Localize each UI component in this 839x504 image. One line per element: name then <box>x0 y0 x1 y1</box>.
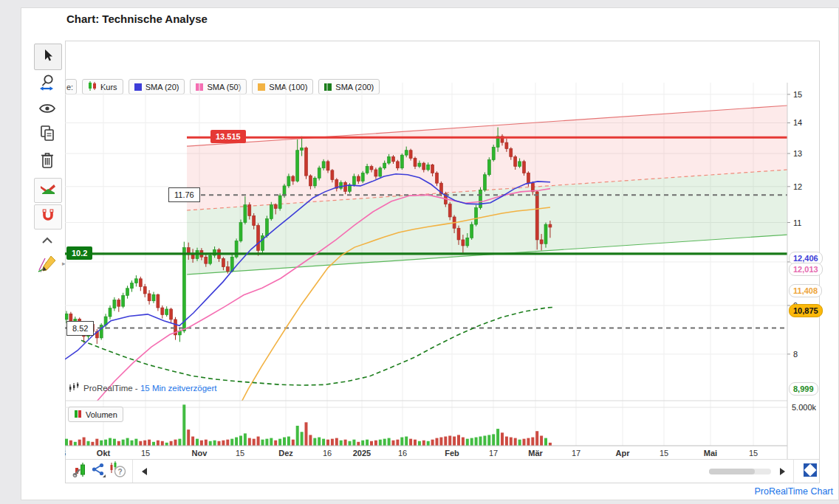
visibility-tool-button[interactable] <box>34 98 61 122</box>
bottombar-separator <box>793 460 794 483</box>
scroll-left-button[interactable] <box>135 463 153 480</box>
svg-text:9: 9 <box>793 301 798 310</box>
zoom-horizontal-icon <box>38 73 56 95</box>
share-button[interactable] <box>89 463 107 480</box>
prorealtime-logo-icon <box>68 382 80 394</box>
volume-bars-icon <box>74 410 82 420</box>
svg-text:Okt: Okt <box>97 449 111 458</box>
arrow-right-icon <box>780 468 785 475</box>
watermark: ProRealTime - 15 Min zeitverzögert <box>68 382 216 394</box>
page-title: Chart: Technische Analyse <box>66 13 208 25</box>
svg-text:Apr: Apr <box>616 449 631 458</box>
draw-tool-button[interactable] <box>34 251 61 279</box>
svg-text:15: 15 <box>141 449 150 458</box>
watermark-delay: 15 Min zeitverzögert <box>140 384 217 393</box>
svg-text:6: 6 <box>65 449 66 458</box>
watermark-brand: ProRealTime - <box>83 384 140 393</box>
cursor-icon <box>41 48 55 66</box>
svg-text:8: 8 <box>793 350 798 359</box>
svg-text:17: 17 <box>489 449 498 458</box>
chart-settings-icon <box>72 462 89 481</box>
svg-text:15: 15 <box>749 449 758 458</box>
svg-text:15: 15 <box>236 449 244 458</box>
horizontal-scrollbar[interactable] <box>709 469 771 474</box>
svg-text:Mär: Mär <box>528 449 543 458</box>
scrollbar-thumb[interactable] <box>709 469 755 474</box>
svg-text:10: 10 <box>793 258 802 266</box>
help-icon: ? <box>108 461 127 482</box>
fullscreen-button[interactable] <box>801 463 819 480</box>
chart-canvas[interactable]: 6Okt15Nov15Dez16202516Feb17Mär17Apr15Mai… <box>65 83 816 460</box>
eye-icon <box>39 103 55 117</box>
svg-text:Nov: Nov <box>192 449 208 458</box>
chart-style-button[interactable] <box>34 178 62 203</box>
svg-text:11: 11 <box>793 218 801 227</box>
svg-text:15: 15 <box>660 449 668 458</box>
svg-text:5.000k: 5.000k <box>792 403 816 412</box>
magnet-icon <box>40 208 56 226</box>
svg-text:16: 16 <box>323 449 332 458</box>
duplicate-tool-button[interactable] <box>34 123 61 147</box>
svg-text:Mai: Mai <box>704 449 717 458</box>
zigzag-chart-icon <box>39 182 57 199</box>
volume-legend-chip[interactable]: Volumen <box>68 407 123 422</box>
svg-text:13: 13 <box>793 149 802 158</box>
help-button[interactable]: ? <box>109 463 126 480</box>
svg-text:16: 16 <box>398 449 407 458</box>
bottom-toolbar: ? <box>66 459 819 483</box>
svg-text:14: 14 <box>793 118 802 127</box>
svg-text:Feb: Feb <box>445 449 459 458</box>
pencil-draw-icon <box>36 252 58 277</box>
chevron-up-icon <box>41 234 53 247</box>
cursor-tool-button[interactable] <box>34 44 62 70</box>
scroll-right-button[interactable] <box>773 463 791 480</box>
chart-settings-button[interactable] <box>72 463 89 480</box>
svg-text:2025: 2025 <box>353 449 371 458</box>
arrow-left-icon <box>142 468 147 475</box>
volume-legend-label: Volumen <box>86 410 117 419</box>
svg-text:Dez: Dez <box>278 449 293 458</box>
magnet-tool-button[interactable] <box>34 204 62 229</box>
page: Chart: Technische Analyse <box>0 0 839 504</box>
copy-icon <box>39 125 55 145</box>
svg-text:17: 17 <box>572 449 581 458</box>
prorealtime-chart-link[interactable]: ProRealTime Chart <box>754 486 833 497</box>
bottombar-separator <box>132 460 133 483</box>
collapse-toolbar-button[interactable] <box>34 233 61 248</box>
share-icon <box>90 462 106 481</box>
svg-text:15: 15 <box>793 90 802 99</box>
zoom-tool-button[interactable] <box>34 72 61 96</box>
trash-icon <box>40 151 55 172</box>
svg-text:12: 12 <box>793 182 802 191</box>
delete-tool-button[interactable] <box>34 150 61 173</box>
svg-text:?: ? <box>117 468 122 476</box>
fullscreen-icon <box>804 463 817 480</box>
